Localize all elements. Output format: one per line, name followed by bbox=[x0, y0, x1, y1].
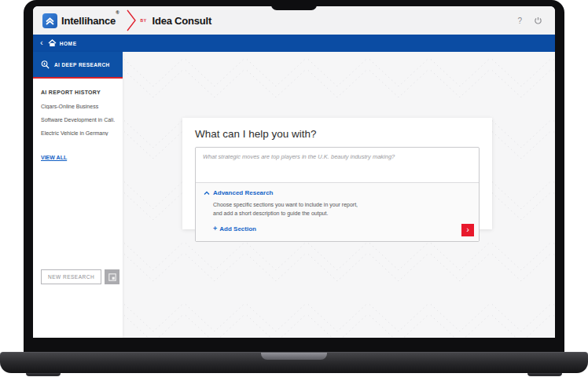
advanced-research-label: Advanced Research bbox=[213, 189, 273, 196]
ai-search-icon bbox=[40, 60, 50, 70]
laptop-base-notch bbox=[261, 353, 327, 360]
tab-ai-deep-research-label: AI DEEP RESEARCH bbox=[54, 62, 110, 68]
back-chevron-icon[interactable]: ‹ bbox=[40, 38, 43, 47]
prompt-input[interactable] bbox=[196, 148, 479, 182]
app-topbar: Intellihance® BY Idea Consult ? bbox=[33, 6, 555, 35]
main-area: What can I help you with? Advanced Resea… bbox=[123, 52, 555, 338]
advanced-research-panel: Advanced Research Choose specific sectio… bbox=[196, 182, 479, 241]
chevron-up-icon bbox=[204, 191, 210, 196]
laptop-bezel: Intellihance® BY Idea Consult ? bbox=[24, 0, 564, 353]
brand-logo[interactable]: Intellihance® BY Idea Consult bbox=[42, 9, 211, 31]
intellihance-logo-icon bbox=[42, 13, 57, 28]
brand-primary-text: Intellihance® bbox=[61, 13, 119, 27]
prompt-card: What can I help you with? Advanced Resea… bbox=[182, 118, 492, 229]
new-window-icon bbox=[108, 273, 116, 281]
description-line: Choose specific sections you want to inc… bbox=[213, 201, 471, 210]
plus-icon: + bbox=[213, 225, 217, 232]
history-item[interactable]: Electric Vehicle in Germany bbox=[41, 130, 115, 136]
brand-separator-chevron-icon bbox=[127, 9, 136, 31]
app-body: AI DEEP RESEARCH AI REPORT HISTORY Cigar… bbox=[33, 52, 555, 338]
power-icon[interactable] bbox=[534, 16, 542, 25]
prompt-heading: What can I help you with? bbox=[195, 128, 480, 140]
laptop-base bbox=[0, 352, 588, 373]
tab-ai-deep-research[interactable]: AI DEEP RESEARCH bbox=[33, 52, 123, 79]
laptop-mockup: Intellihance® BY Idea Consult ? bbox=[0, 0, 588, 377]
topbar-actions: ? bbox=[517, 16, 546, 25]
new-research-button[interactable]: NEW RESEARCH bbox=[41, 269, 101, 284]
history-item[interactable]: Cigars-Online Business bbox=[41, 104, 115, 109]
add-section-label: Add Section bbox=[219, 225, 256, 232]
home-icon bbox=[48, 39, 57, 47]
add-section-button[interactable]: + Add Section bbox=[213, 225, 256, 232]
sidebar: AI DEEP RESEARCH AI REPORT HISTORY Cigar… bbox=[33, 52, 123, 338]
advanced-research-toggle[interactable]: Advanced Research bbox=[204, 189, 471, 196]
new-window-button[interactable] bbox=[105, 269, 119, 284]
camera-notch bbox=[271, 0, 317, 10]
report-history-title: AI REPORT HISTORY bbox=[41, 90, 115, 95]
advanced-research-description: Choose specific sections you want to inc… bbox=[213, 201, 471, 218]
submit-chevron-icon: › bbox=[466, 225, 469, 234]
help-icon[interactable]: ? bbox=[517, 16, 522, 25]
new-research-row: NEW RESEARCH bbox=[41, 269, 119, 284]
prompt-box: Advanced Research Choose specific sectio… bbox=[195, 147, 480, 242]
brand-secondary-text: Idea Consult bbox=[153, 15, 212, 27]
view-all-link[interactable]: VIEW ALL bbox=[41, 155, 67, 160]
breadcrumb-home-label: HOME bbox=[60, 41, 77, 46]
brand-by-text: BY bbox=[141, 18, 147, 23]
report-history-section: AI REPORT HISTORY Cigars-Online Business… bbox=[33, 90, 123, 163]
breadcrumb-home[interactable]: HOME bbox=[48, 39, 77, 47]
description-line: and add a short description to guide the… bbox=[213, 210, 471, 218]
submit-button[interactable]: › bbox=[461, 224, 474, 236]
app-screen: Intellihance® BY Idea Consult ? bbox=[33, 6, 555, 338]
history-item[interactable]: Software Development in Cali... bbox=[41, 117, 115, 123]
app-navbar: ‹ HOME bbox=[33, 35, 555, 52]
